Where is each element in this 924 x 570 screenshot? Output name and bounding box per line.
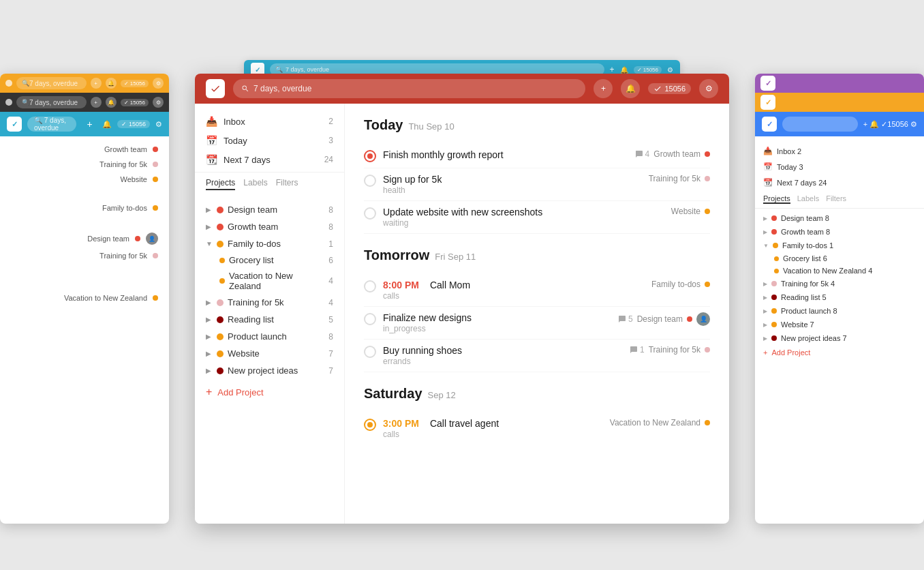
background-window-left: 🔍 7 days, overdue + 🔔 ✓ 15056 ⚙ 🔍 7 days… — [0, 74, 169, 524]
sub-grocery-list[interactable]: Grocery list 6 — [214, 252, 344, 268]
project-reading[interactable]: ▶ Reading list 5 — [195, 311, 344, 328]
bg-left-header-2: 🔍 7 days, overdue + 🔔 ✓ 15056 ⚙ — [0, 93, 169, 112]
app-icon-right: ✓ — [760, 76, 775, 91]
sidebar: 📥 Inbox 2 📅 Today 3 📆 Next 7 days 24 Pro… — [195, 104, 345, 524]
expand-new-ideas-icon: ▶ — [206, 367, 213, 374]
task-checkbox-5[interactable] — [364, 313, 376, 325]
search-bg: 🔍 7 days, overdue — [27, 117, 76, 132]
task-meta-3: Website — [671, 207, 710, 216]
mid-settings: ⚙ — [667, 66, 673, 74]
task-call-mom: 8:00 PM Call Mom calls Family to-dos — [364, 274, 710, 307]
search-bar[interactable]: 7 days, overdue — [233, 79, 585, 98]
bg-right-newproject: ▶ New project ideas 7 — [755, 331, 924, 345]
inbox-icon: 📥 — [206, 116, 217, 127]
bg-right-nav: 📥Inbox 2 📅Today 3 📆Next 7 days 24 Projec… — [755, 136, 924, 367]
design-dot — [217, 207, 224, 213]
expand-reading-icon: ▶ — [206, 316, 213, 323]
task-dot-4 — [705, 282, 710, 287]
task-body-4: 8:00 PM Call Mom calls — [383, 280, 645, 301]
sidebar-today[interactable]: 📅 Today 3 — [195, 131, 344, 150]
task-call-travel: 3:00 PM Call travel agent calls Vacation… — [364, 412, 710, 445]
task-checkbox-2[interactable] — [364, 175, 376, 187]
sidebar-inbox[interactable]: 📥 Inbox 2 — [195, 112, 344, 131]
task-buy-shoes: Buy running shoes errands 1 Training for… — [364, 340, 710, 372]
win-search-bar: 🔍 7 days, overdue — [16, 77, 87, 89]
task-body-2: Sign up for 5k health — [383, 174, 642, 195]
task-checkbox-6[interactable] — [364, 346, 376, 358]
bg-right-family: ▼ Family to-dos 1 — [755, 239, 924, 252]
project-family-todos[interactable]: ▼ Family to-dos 1 — [195, 235, 344, 252]
task-body-3: Update website with new screenshots wait… — [383, 207, 664, 228]
tab-filters[interactable]: Filters — [276, 178, 298, 190]
bg-dot-design — [135, 236, 140, 241]
settings-bg: ⚙ — [155, 120, 162, 129]
win-dot — [5, 80, 12, 87]
bg-right-header-3: ✓ + 🔔 ✓15056 ⚙ — [755, 112, 924, 136]
today-icon: 📅 — [206, 135, 217, 146]
grocery-dot — [219, 258, 225, 263]
mid-add: + — [610, 65, 615, 74]
bg-dot-training — [153, 162, 158, 167]
saturday-section-header: Saturday Sep 12 — [364, 386, 710, 402]
background-window-right: ✓ ✓ ✓ + 🔔 ✓15056 ⚙ 📥Inbox 2 📅Today 3 📆Ne… — [755, 74, 924, 524]
tab-labels[interactable]: Labels — [243, 178, 267, 190]
task-body-5: Finalize new designs in_progress — [383, 312, 611, 333]
sidebar-divider — [195, 172, 344, 172]
task-signup-5k: Sign up for 5k health Training for 5k — [364, 168, 710, 201]
task-body-6: Buy running shoes errands — [383, 345, 623, 366]
bg-right-next7: 📆Next 7 days 24 — [755, 175, 924, 190]
task-checkbox-4[interactable] — [364, 280, 376, 292]
app-icon-right-3: ✓ — [762, 117, 777, 132]
projects-section: ▶ Design team 8 ▶ Growth team 8 ▼ Family… — [195, 198, 344, 382]
task-dot-7 — [705, 420, 710, 425]
task-dot-5 — [687, 316, 692, 322]
task-dot-6 — [705, 347, 710, 352]
project-product-launch[interactable]: ▶ Product launch 8 — [195, 328, 344, 345]
bg-right-inbox: 📥Inbox 2 — [755, 143, 924, 159]
tab-projects[interactable]: Projects — [206, 178, 235, 190]
checkbox-dot — [367, 153, 373, 159]
app-icon-right-2: ✓ — [760, 95, 775, 110]
bg-nav-training2: Training for 5k — [0, 248, 169, 263]
task-checkbox-3[interactable] — [364, 207, 376, 220]
main-header: 7 days, overdue + 🔔 15056 ⚙ — [195, 74, 729, 104]
task-update-website: Update website with new screenshots wait… — [364, 201, 710, 234]
project-training[interactable]: ▶ Training for 5k 4 — [195, 294, 344, 311]
bg-right-product: ▶ Product launch 8 — [755, 304, 924, 318]
avatar-bg: 👤 — [146, 232, 158, 245]
task-comments-5: 5 — [618, 314, 633, 324]
mid-karma: ✓ 15056 — [634, 66, 662, 74]
bg-right-header-2: ✓ — [755, 93, 924, 112]
task-checkbox-7[interactable] — [364, 419, 376, 431]
win-settings: ⚙ — [153, 78, 164, 89]
product-dot — [217, 333, 224, 340]
bell-button[interactable]: 🔔 — [621, 79, 640, 98]
bg-spacer — [0, 187, 169, 200]
bg-right-website: ▶ Website 7 — [755, 318, 924, 331]
add-project-button[interactable]: + Add Project — [195, 382, 344, 402]
tomorrow-title: Tomorrow Fri Sep 11 — [364, 247, 710, 263]
task-body-1: Finish monthly growth report — [383, 149, 628, 160]
settings-button[interactable]: ⚙ — [699, 79, 718, 98]
add-button[interactable]: + — [594, 79, 613, 98]
bg-left-header-3: ✓ 🔍 7 days, overdue + 🔔 ✓ 15056 ⚙ — [0, 112, 169, 136]
project-website[interactable]: ▶ Website 7 — [195, 345, 344, 362]
task-title-row-7: 3:00 PM Call travel agent — [383, 418, 603, 429]
expand-website-icon: ▶ — [206, 350, 213, 357]
task-meta-1: 4 Growth team — [635, 149, 710, 159]
task-finalize-designs: Finalize new designs in_progress 5 Desig… — [364, 307, 710, 340]
saturday-title: Saturday Sep 12 — [364, 386, 710, 402]
sub-vacation[interactable]: Vacation to New Zealand 4 — [214, 268, 344, 294]
bg-spacer2 — [0, 215, 169, 229]
training-dot — [217, 299, 224, 306]
task-checkbox-1[interactable] — [364, 150, 376, 162]
project-design-team[interactable]: ▶ Design team 8 — [195, 201, 344, 218]
main-content: Today Thu Sep 10 Finish monthly growth r… — [345, 104, 729, 524]
today-title: Today Thu Sep 10 — [364, 117, 710, 133]
project-new-ideas[interactable]: ▶ New project ideas 7 — [195, 362, 344, 379]
expand-product-icon: ▶ — [206, 333, 213, 340]
expand-training-icon: ▶ — [206, 299, 213, 306]
bg-spacer3 — [0, 263, 169, 290]
project-growth-team[interactable]: ▶ Growth team 8 — [195, 218, 344, 235]
sidebar-next7days[interactable]: 📆 Next 7 days 24 — [195, 150, 344, 169]
